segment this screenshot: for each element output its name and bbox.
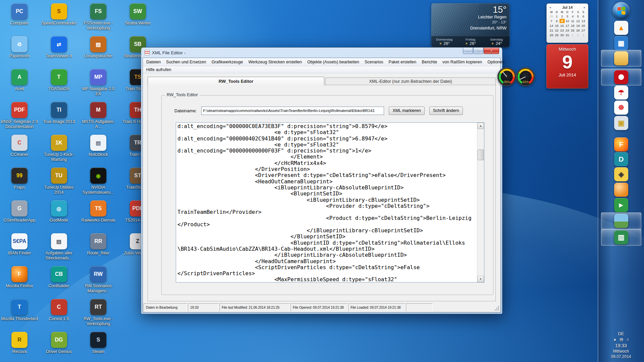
calendar-day[interactable]: 29	[554, 33, 559, 37]
green-arrow-icon[interactable]: ►	[601, 197, 641, 214]
calendar-day[interactable]: 3	[565, 14, 570, 18]
calendar-day[interactable]: 23	[559, 28, 565, 33]
scroll-down-icon[interactable]: ▼	[477, 276, 484, 282]
desktop-icon-bnsf-doc[interactable]: PDF BNSF Seligman 2.0 Documentation	[1, 102, 38, 129]
menu-item[interactable]: Optionen	[485, 60, 507, 64]
desktop-icon-papierkorb[interactable]: ♻ Papierkorb	[1, 36, 38, 59]
desktop-icon-speedcommander[interactable]: S SpeedCommander	[40, 3, 78, 26]
desktop-icon-straba-wetter[interactable]: SW Straba-Wetter	[119, 3, 157, 26]
taskbar-clock[interactable]: 19:33 Mittwoch 09.07.2014	[611, 343, 631, 359]
lock-icon[interactable]: ▣	[601, 115, 641, 131]
desktop-icon-steam[interactable]: S Steam	[79, 332, 117, 354]
red-circle-icon[interactable]	[601, 69, 641, 85]
xml-mark-button[interactable]: XML markieren	[389, 107, 424, 115]
firefox-icon[interactable]: F	[601, 136, 641, 153]
desktop-icon-firefox[interactable]: F Mozilla Firefox	[1, 266, 38, 289]
resize-grip[interactable]	[495, 306, 499, 311]
desktop-icon-recuva[interactable]: R Recuva	[1, 332, 38, 354]
window-titlebar[interactable]: XML File Editor - – □ ×	[141, 48, 502, 58]
desktop-icon-convoi[interactable]: C Convoi 1.5	[40, 299, 78, 321]
tab-rwtools-editor[interactable]: RW_Tools Editor	[148, 77, 324, 85]
desktop-icon-fsscreen[interactable]: FS FSScreen.exe - Verknüpfung	[79, 3, 117, 31]
desktop-icon-mp-navigator[interactable]: MP MP Navigator 2.0 EX	[79, 69, 117, 97]
calendar-day[interactable]: 28	[549, 33, 554, 37]
avira-umbrella-icon[interactable]: ☂	[601, 84, 641, 101]
calendar-day[interactable]: 11	[570, 19, 575, 23]
change-font-button[interactable]: Schrift ändern	[429, 107, 463, 115]
volume-icon[interactable]: ♫	[626, 337, 629, 342]
calendar-day[interactable]: 14	[549, 23, 554, 28]
calendar-day[interactable]: 12	[575, 19, 581, 23]
maximize-button[interactable]: □	[473, 48, 483, 54]
desktop-icon-rw-scenarios[interactable]: RW RW Scenarios Managerv...	[79, 266, 117, 294]
language-indicator[interactable]: DE	[618, 331, 624, 336]
scrollbar-thumb[interactable]	[478, 149, 484, 160]
calendar-day[interactable]: 15	[554, 23, 559, 28]
calendar-prev-icon[interactable]: ◄	[549, 6, 551, 9]
pinwheel-icon[interactable]: ☸	[601, 99, 641, 116]
desktop-icon-railworks-dienste[interactable]: TS Railworks-Dienste	[79, 200, 117, 223]
filename-input[interactable]	[201, 107, 384, 115]
desktop-icon-driver-genius[interactable]: DG Driver Genius	[40, 332, 78, 354]
photo-viewer-icon[interactable]	[601, 213, 641, 229]
desktop-icon-aufgaben[interactable]: ▤ Aufgaben aller Streckenads...	[40, 233, 78, 261]
desktop-icon-computer[interactable]: PC Computer	[1, 3, 38, 26]
calendar-day[interactable]: 21	[549, 28, 554, 33]
menu-item[interactable]: Scenarios	[362, 60, 386, 64]
calendar-day[interactable]: 2	[559, 14, 565, 18]
desktop-icon-tuneup-2014[interactable]: TU TuneUp Utilities 2014	[40, 168, 78, 195]
calendar-day[interactable]: 16	[559, 23, 565, 28]
vertical-scrollbar[interactable]: ▲ ▼	[477, 123, 484, 282]
scroll-up-icon[interactable]: ▲	[477, 123, 484, 129]
blue-monitor-icon[interactable]: ▦	[601, 35, 641, 52]
desktop-icon-iban-finder[interactable]: S€PA IBAN Finder	[1, 233, 38, 256]
explorer-folder-icon[interactable]	[601, 50, 641, 67]
desktop-icon-acelt[interactable]: A Acelt	[1, 69, 38, 92]
green-monitor-icon[interactable]: ▥	[601, 229, 641, 246]
calendar-day[interactable]: 1	[554, 14, 559, 18]
desktop-icon-route-riter[interactable]: RR Route_Riter	[79, 233, 117, 256]
calendar-day[interactable]: 17	[565, 23, 570, 28]
calendar-day[interactable]: 1	[570, 33, 575, 37]
calendar-day[interactable]: 24	[565, 28, 570, 33]
menu-item[interactable]: Paket erstellen	[386, 60, 419, 64]
calendar-day[interactable]: 26	[575, 28, 581, 33]
menu-item[interactable]: Berichte	[419, 60, 440, 64]
calendar-day[interactable]: 5	[575, 14, 581, 18]
desktop-icon-true-image[interactable]: TI True Image 2013	[40, 102, 78, 124]
calendar-day[interactable]: 6	[581, 14, 586, 18]
desktop-icon-thunderbird[interactable]: T Mozilla Thunderbird	[1, 299, 38, 321]
orange-ball-icon[interactable]	[601, 181, 641, 198]
desktop-icon-tuneup-1klick[interactable]: 1K TuneUp 1-Klick-Wartung	[40, 135, 78, 162]
calendar-day[interactable]: 8	[554, 19, 559, 23]
calendar-day[interactable]: 19	[575, 23, 581, 28]
menu-item[interactable]: Hilfe aufrufen	[144, 67, 174, 72]
calendar-gadget[interactable]: ◄ Jul 14 ► MDMDFSS 301234567891011121314…	[546, 3, 588, 43]
menu-item[interactable]: Dateien	[144, 60, 163, 64]
desktop-icon-ccleaner[interactable]: C CCleaner	[1, 135, 38, 157]
calendar-day[interactable]: 30	[559, 33, 565, 37]
calendar-day-page[interactable]: Mittwoch 9 Juli 2014	[546, 44, 588, 88]
menu-item[interactable]: Werkzeug Strecken erstellen	[246, 60, 305, 64]
desktop-icon-rw-tools[interactable]: RT RW_Tools.exe - Verknüpfung	[79, 299, 117, 326]
calendar-day[interactable]: 13	[581, 19, 586, 23]
calendar-day[interactable]: 3	[581, 33, 586, 37]
menu-item[interactable]: Grafikwerkzeuge	[209, 60, 246, 64]
calendar-day[interactable]: 2	[575, 33, 581, 37]
close-button[interactable]: ×	[484, 48, 499, 54]
calendar-day[interactable]: 31	[565, 33, 570, 37]
desktop-icon-notizblock[interactable]: ▤ Notizblock	[79, 135, 117, 157]
desktop-icon-godmode[interactable]: ◎ GodMode	[40, 200, 78, 223]
menu-item[interactable]: Suchen und Ersetzen	[163, 60, 209, 64]
desktop-icon-tgatool[interactable]: T TGATool2A	[40, 69, 78, 92]
desktop-icon-loesungsbuecher[interactable]: ▤ Lösungsbücher	[79, 36, 117, 59]
vlc-cone-icon[interactable]: ▲	[601, 19, 641, 36]
desktop-icon-conbuilder[interactable]: CB ConBuilder	[40, 266, 78, 289]
desktop-icon-nvidia[interactable]: ◉ NVIDIA Systemsteueru...	[79, 168, 117, 195]
xml-editor-area[interactable]: d:alt_encoding="000000C0EA73EB3F" d:prec…	[176, 122, 484, 283]
display-tray-icon[interactable]: ▤	[620, 337, 623, 342]
calendar-day[interactable]: 7	[549, 19, 554, 23]
minimize-button[interactable]: –	[463, 48, 473, 54]
calendar-next-icon[interactable]: ►	[583, 6, 586, 9]
tab-xml-editor[interactable]: XML-Editor (nur zum Betrachten der Datei…	[325, 77, 496, 85]
